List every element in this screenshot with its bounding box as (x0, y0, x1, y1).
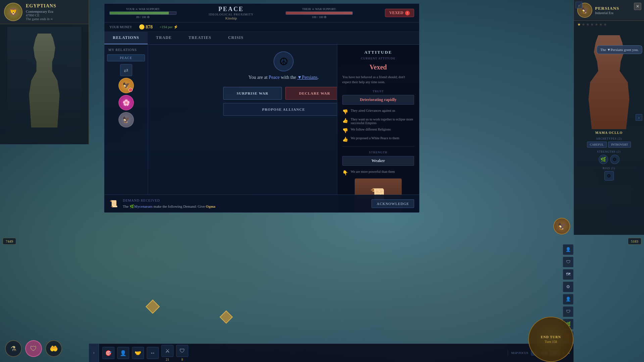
demand-title: DEMAND RECEIVED (123, 198, 366, 203)
action-icon-hands[interactable]: 🤲 (45, 340, 62, 357)
attitude-desc: You have not behaved as a friend should;… (342, 74, 414, 85)
your-war-support-value: 89 / 100 ⚙ (136, 15, 150, 19)
speech-bubble: The ▼Persians greet you. (597, 45, 642, 54)
demand-civ: 🌿Mycenaeans (130, 204, 153, 208)
end-turn-button[interactable]: END TURN Turn 158 (528, 317, 574, 362)
your-war-support-bar (109, 11, 177, 15)
bottom-icon-sword[interactable]: ⚔ (161, 345, 174, 357)
left-panel-body (0, 24, 89, 130)
star-7: ★ (603, 22, 607, 27)
your-war-support-label: YOUR ⚔ WAR SUPPORT: (126, 7, 160, 11)
money-label: YOUR MONEY (109, 25, 132, 29)
side-icon-2[interactable]: 🛡 (563, 257, 574, 267)
trust-icon-4: 👍 (342, 137, 348, 142)
enemy-score-badge: 5183 (628, 238, 641, 245)
attitude-subtitle: CURRENT ATTITUDE (342, 57, 414, 60)
side-icon-4[interactable]: ⚙ (563, 281, 574, 292)
action-icon-potion[interactable]: ⚗ (5, 340, 22, 357)
map-focus-label: MAP FOCUS (511, 351, 528, 355)
acknowledge-button[interactable]: ACKNOWLEDGE (371, 199, 414, 208)
enemy-era: Industrial Era (595, 11, 619, 15)
trust-icon-2: 👍 (342, 118, 348, 123)
enemy-civ-name: Persians (595, 6, 619, 11)
trust-icon-1: 👎 (342, 109, 348, 115)
game-end-text: The game ends in ∞ (26, 17, 85, 21)
demand-icon: 📜 (109, 200, 118, 208)
money-row: YOUR MONEY 🟡 878 +194 per ⚡ (104, 22, 419, 32)
tab-trade[interactable]: Trade (148, 32, 180, 44)
turn-number: Turn 158 (545, 340, 557, 344)
swap-button[interactable]: ⇄ (120, 64, 132, 76)
bottom-icon-shield-bar[interactable]: 🛡 (176, 345, 188, 357)
expand-button[interactable]: › (89, 344, 99, 362)
your-war-support-fill (110, 12, 169, 14)
strength-item-1: 👇 We are more powerful than them (342, 170, 414, 176)
bias-icon: ⚙ (604, 171, 614, 180)
bottom-icon-person[interactable]: 👤 (117, 347, 129, 359)
city-marker-2[interactable] (221, 312, 231, 322)
dialog-content: My Relations PEACE ⇄ 🦅 ! 🌸 🦅 ☮ You are a… (104, 45, 419, 212)
side-icon-6[interactable]: 🛡 (563, 306, 574, 317)
close-button[interactable]: ✕ (634, 3, 641, 10)
bottom-icon-sword-wrapper: ⚔ 21 (161, 345, 174, 361)
civ-avatar-pink[interactable]: 🌸 (118, 95, 134, 110)
alert-dot: ! (405, 11, 410, 15)
strength-icon-item-1: 👇 (342, 170, 348, 176)
their-war-support-bar-container (286, 11, 353, 15)
vexed-badge: VEXED ! (385, 9, 414, 17)
their-war-support-value: 100 / 100 ⚙ (312, 15, 327, 19)
persian-link[interactable]: ▼Persians (297, 75, 318, 80)
their-war-support-label: THEIR ⚔ WAR SUPPORT: (302, 7, 336, 11)
player-civ-name: Egyptians (26, 3, 85, 9)
their-war-support-bar (286, 11, 353, 15)
bottom-icon-arrows[interactable]: ↔ (147, 347, 159, 359)
bias-label: BIAS (1) (574, 167, 644, 170)
civ-avatar-orange[interactable]: 🦅 ! (118, 78, 134, 93)
ideological-label: IDEOLOGICAL PROXIMITY (209, 13, 254, 16)
star-1: ★ (577, 22, 581, 27)
tab-treaties[interactable]: Treaties (180, 32, 220, 44)
their-war-support: THEIR ⚔ WAR SUPPORT: 100 / 100 ⚙ (286, 7, 353, 19)
kinship-label: Kinship (209, 16, 254, 20)
nav-arrow-right[interactable]: › (636, 114, 642, 121)
left-panel-header: 🦁 Egyptians Contemporary Era 47860 CE Th… (0, 0, 89, 24)
side-icon-1[interactable]: 👤 (563, 244, 574, 255)
relations-sidebar: My Relations PEACE ⇄ 🦅 ! 🌸 🦅 (104, 45, 148, 212)
tab-relations[interactable]: Relations (104, 32, 148, 44)
player-leader-figure (7, 27, 81, 127)
side-icon-3[interactable]: 🗺 (563, 269, 574, 280)
demand-item: Ogma (206, 204, 215, 208)
nav-arrow-left[interactable]: ‹ (576, 2, 582, 8)
bottom-number-21: 21 (166, 358, 169, 361)
enemy-info: Persians Industrial Era (595, 6, 619, 15)
bottom-left-icons: ⚗ 🛡 🤲 (5, 340, 62, 357)
player-era: Contemporary Era (26, 9, 85, 13)
action-buttons: SURPRISE WAR DECLARE WAR PROPOSE ALLIANC… (223, 87, 344, 116)
trust-item-4: 👍 We proposed a White Peace to them (342, 136, 414, 142)
strength-icon-1: 🌿 (599, 155, 608, 164)
their-war-support-fill (286, 12, 352, 14)
star-4: ★ (590, 22, 594, 27)
surprise-war-button[interactable]: SURPRISE WAR (223, 87, 282, 100)
propose-alliance-button[interactable]: PROPOSE ALLIANCE (223, 103, 344, 116)
city-marker-1[interactable] (148, 302, 158, 312)
declare-war-button[interactable]: DECLARE WAR (285, 87, 344, 100)
attitude-panel: ATTITUDE CURRENT ATTITUDE Vexed You have… (337, 45, 419, 212)
action-icon-shield[interactable]: 🛡 (25, 340, 42, 357)
civ-avatar-gray[interactable]: 🦅 (118, 112, 134, 127)
star-5: ★ (595, 22, 598, 27)
your-war-support: YOUR ⚔ WAR SUPPORT: 89 / 100 ⚙ (109, 7, 177, 19)
left-panel: 🦁 Egyptians Contemporary Era 47860 CE Th… (0, 0, 89, 144)
side-icon-5[interactable]: 👤 (563, 294, 574, 305)
bottom-icon-handshake[interactable]: 🤝 (132, 347, 144, 359)
bottom-bar: › 🎯 👤 🤝 ↔ ⚔ 21 🛡 8 MAP FOCUS ON OFF 6 ✕ (89, 344, 574, 362)
tab-crisis[interactable]: Crisis (220, 32, 252, 44)
tabs-row: Relations Trade Treaties Crisis (104, 32, 419, 45)
attitude-title: ATTITUDE (342, 50, 414, 55)
trust-label: TRUST (342, 90, 414, 93)
right-panel-header: 🦅 Persians Industrial Era ✕ (574, 0, 644, 21)
bottom-icon-target[interactable]: 🎯 (102, 347, 114, 359)
peace-status-badge: PEACE (107, 54, 145, 61)
relations-title: My Relations (107, 48, 145, 52)
attitude-name: Vexed (342, 63, 414, 71)
